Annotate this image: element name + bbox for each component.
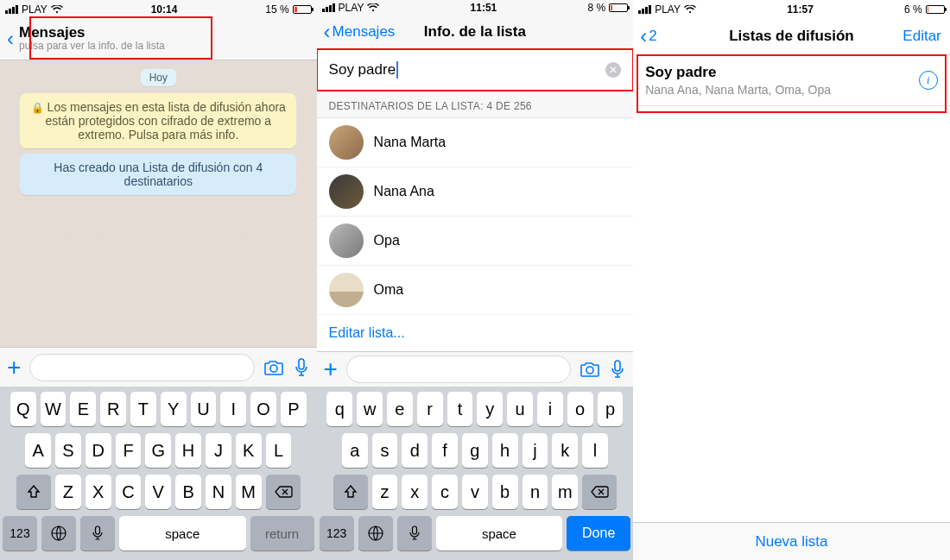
key-x[interactable]: X (86, 475, 111, 509)
lock-icon: 🔒 (31, 102, 44, 114)
key-u[interactable]: U (191, 392, 217, 426)
key-h[interactable]: H (175, 433, 201, 468)
key-r[interactable]: R (100, 392, 126, 426)
backspace-key[interactable] (266, 475, 301, 509)
key-l[interactable]: L (266, 433, 292, 468)
backspace-key[interactable] (582, 475, 617, 509)
key-n[interactable]: n (522, 475, 548, 509)
key-b[interactable]: B (175, 475, 201, 509)
camera-button[interactable] (263, 359, 284, 376)
key-m[interactable]: M (236, 475, 262, 509)
key-k[interactable]: K (236, 433, 262, 468)
back-button[interactable]: ‹ (7, 28, 14, 49)
clear-icon[interactable]: ✕ (605, 62, 621, 78)
edit-list-button[interactable]: Editar lista... (317, 315, 634, 351)
mic-button[interactable] (609, 360, 626, 379)
screen-chat: PLAY 10:14 15 % ‹ Mensajes pulsa para ve… (0, 0, 317, 560)
key-p[interactable]: p (598, 392, 624, 426)
message-input[interactable] (29, 354, 254, 381)
key-f[interactable]: F (116, 433, 142, 468)
key-i[interactable]: i (537, 392, 563, 426)
key-d[interactable]: D (86, 433, 111, 468)
recipient-row[interactable]: Oma (317, 266, 634, 315)
avatar (329, 273, 364, 307)
key-i[interactable]: I (220, 392, 246, 426)
compose-bar: + (317, 351, 634, 387)
nav-subtitle[interactable]: pulsa para ver la info. de la lista (19, 41, 165, 53)
back-button[interactable]: ‹ Mensajes (324, 22, 396, 42)
key-x[interactable]: x (402, 475, 428, 509)
shift-key[interactable] (333, 475, 368, 509)
key-s[interactable]: s (372, 433, 398, 468)
key-l[interactable]: l (582, 433, 608, 468)
key-a[interactable]: A (25, 433, 51, 468)
key-s[interactable]: S (55, 433, 81, 468)
new-list-button[interactable]: Nueva lista (633, 522, 950, 560)
recipient-name: Nana Ana (374, 184, 434, 199)
chat-area[interactable]: Hoy 🔒 Los mensajes en esta lista de difu… (0, 60, 317, 347)
return-key[interactable]: return (250, 516, 314, 551)
compose-bar: + (0, 347, 317, 387)
key-n[interactable]: N (206, 475, 231, 509)
nav-title[interactable]: Mensajes (19, 24, 165, 41)
key-k[interactable]: k (552, 433, 578, 468)
edit-button[interactable]: Editar (902, 28, 940, 45)
key-f[interactable]: f (432, 433, 458, 468)
dictate-key[interactable] (80, 516, 115, 551)
key-z[interactable]: Z (55, 475, 81, 509)
key-q[interactable]: q (326, 392, 352, 426)
recipient-row[interactable]: Nana Ana (317, 167, 634, 217)
globe-key[interactable] (41, 516, 76, 551)
key-w[interactable]: W (41, 392, 66, 426)
recipient-row[interactable]: Opa (317, 217, 634, 266)
signal-icon (638, 5, 651, 14)
key-z[interactable]: z (372, 475, 398, 509)
key-c[interactable]: C (116, 475, 142, 509)
key-o[interactable]: o (567, 392, 593, 426)
list-name-input[interactable]: Soy padre ✕ (317, 49, 634, 91)
key-w[interactable]: w (357, 392, 383, 426)
message-input[interactable] (346, 356, 571, 383)
key-t[interactable]: T (130, 392, 156, 426)
text-caret (396, 61, 398, 79)
key-v[interactable]: V (145, 475, 171, 509)
key-h[interactable]: h (492, 433, 518, 468)
key-v[interactable]: v (462, 475, 488, 509)
recipient-row[interactable]: Nana Marta (317, 118, 634, 167)
key-y[interactable]: y (477, 392, 503, 426)
camera-button[interactable] (580, 361, 600, 378)
back-button[interactable]: ‹ 2 (640, 26, 656, 47)
done-key[interactable]: Done (567, 516, 630, 551)
space-key[interactable]: space (436, 516, 563, 551)
key-j[interactable]: j (522, 433, 548, 468)
key-e[interactable]: E (70, 392, 96, 426)
attach-button[interactable]: + (7, 354, 21, 381)
key-c[interactable]: c (432, 475, 458, 509)
encryption-notice[interactable]: 🔒 Los mensajes en esta lista de difusión… (20, 93, 296, 148)
globe-key[interactable] (358, 516, 393, 551)
key-g[interactable]: g (462, 433, 488, 468)
key-o[interactable]: O (250, 392, 276, 426)
info-icon[interactable]: i (919, 71, 938, 90)
numbers-key[interactable]: 123 (3, 516, 37, 551)
broadcast-list-row[interactable]: Soy padre Nana Ana, Nana Marta, Oma, Opa… (633, 55, 950, 106)
key-u[interactable]: u (507, 392, 533, 426)
key-q[interactable]: Q (10, 392, 36, 426)
key-p[interactable]: P (281, 392, 307, 426)
mic-button[interactable] (293, 358, 310, 377)
key-a[interactable]: a (342, 433, 368, 468)
key-e[interactable]: e (387, 392, 413, 426)
key-m[interactable]: m (552, 475, 578, 509)
key-t[interactable]: t (447, 392, 473, 426)
key-g[interactable]: G (145, 433, 171, 468)
key-b[interactable]: b (492, 475, 518, 509)
key-d[interactable]: d (402, 433, 428, 468)
space-key[interactable]: space (119, 516, 246, 551)
attach-button[interactable]: + (324, 356, 338, 383)
key-j[interactable]: J (206, 433, 231, 468)
key-r[interactable]: r (417, 392, 443, 426)
shift-key[interactable] (16, 475, 51, 509)
dictate-key[interactable] (397, 516, 432, 551)
numbers-key[interactable]: 123 (320, 516, 354, 551)
key-y[interactable]: Y (161, 392, 187, 426)
